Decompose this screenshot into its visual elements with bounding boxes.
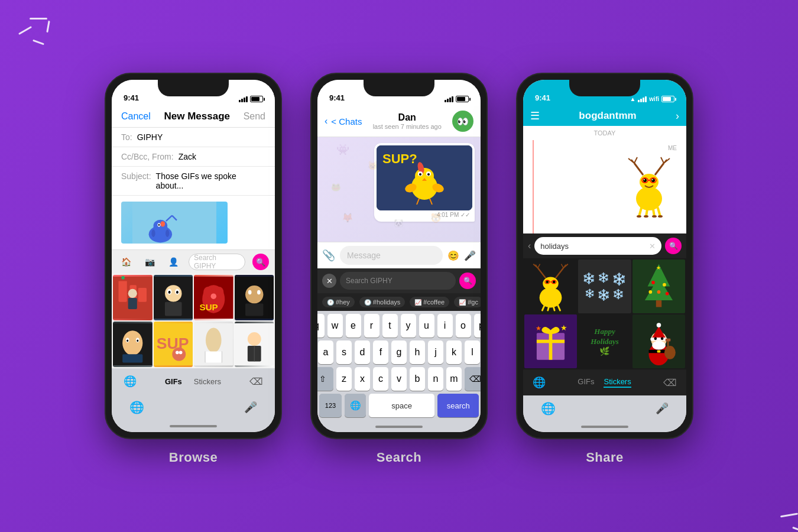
- viber-sys-globe[interactable]: 🌐: [541, 401, 556, 416]
- svg-point-120: [553, 281, 556, 284]
- svg-line-88: [634, 157, 637, 163]
- giphy-close-button[interactable]: ✕: [322, 274, 336, 288]
- hashtag-holidays[interactable]: 🕐 #holidays: [359, 297, 405, 307]
- subject-value[interactable]: Those GIFs we spoke about...: [156, 171, 265, 190]
- battery-icon: [250, 96, 263, 102]
- key-j[interactable]: j: [428, 340, 443, 364]
- viber-search-field[interactable]: holidays ✕: [534, 237, 661, 255]
- key-f[interactable]: f: [373, 340, 388, 364]
- key-t[interactable]: t: [382, 314, 398, 338]
- gif-item[interactable]: [235, 275, 274, 320]
- sticker-christmas-tree[interactable]: ★: [632, 259, 685, 313]
- sticker-reindeer[interactable]: [524, 259, 577, 313]
- sticker-gift[interactable]: ★ ★: [524, 314, 577, 368]
- numbers-key[interactable]: 123: [319, 394, 342, 417]
- search-key[interactable]: search: [437, 394, 479, 417]
- delete-icon[interactable]: ⌫: [249, 376, 263, 387]
- message-input[interactable]: Message: [340, 246, 443, 265]
- gifs-tab[interactable]: GIFs: [165, 377, 182, 386]
- key-x[interactable]: x: [355, 367, 370, 391]
- key-g[interactable]: g: [391, 340, 407, 364]
- viber-delete-icon[interactable]: ⌫: [663, 377, 677, 388]
- key-c[interactable]: c: [373, 367, 388, 391]
- key-l[interactable]: l: [465, 340, 480, 364]
- key-m[interactable]: m: [446, 367, 462, 391]
- globe-key[interactable]: 🌐: [345, 394, 366, 417]
- home-tab-icon[interactable]: 🏠: [118, 254, 134, 270]
- ios-keyboard: q w e r t y u i o p a s: [317, 311, 481, 421]
- camera-tab-icon[interactable]: 📷: [141, 254, 158, 270]
- gif-item[interactable]: SUP: [194, 275, 233, 320]
- viber-sys-mic[interactable]: 🎤: [656, 402, 669, 415]
- gif-item[interactable]: [194, 322, 233, 367]
- space-key[interactable]: space: [369, 394, 434, 417]
- cancel-button[interactable]: Cancel: [121, 111, 151, 122]
- key-w[interactable]: w: [327, 314, 343, 338]
- gif-item[interactable]: [154, 275, 193, 320]
- mic-icon[interactable]: 🎤: [464, 250, 476, 261]
- svg-rect-146: [650, 338, 667, 341]
- key-i[interactable]: i: [437, 314, 453, 338]
- key-h[interactable]: h: [410, 340, 425, 364]
- clear-icon[interactable]: ✕: [649, 242, 656, 251]
- gif-item[interactable]: [235, 322, 274, 367]
- svg-rect-33: [245, 303, 263, 316]
- key-q[interactable]: q: [317, 314, 325, 338]
- key-a[interactable]: a: [318, 340, 333, 364]
- key-v[interactable]: v: [391, 367, 407, 391]
- hashtag-hey[interactable]: 🕐 #hey: [322, 297, 355, 307]
- sticker-snowflakes[interactable]: ❄️ ❄️ ❄️ ❄️ ❄️ ❄️: [578, 259, 631, 313]
- svg-rect-138: [549, 333, 553, 359]
- key-p[interactable]: p: [474, 314, 481, 338]
- key-y[interactable]: y: [401, 314, 416, 338]
- cc-value[interactable]: Zack: [179, 152, 196, 161]
- stickers-tab[interactable]: Stickers: [194, 377, 221, 386]
- key-s[interactable]: s: [336, 340, 352, 364]
- svg-point-46: [176, 351, 179, 354]
- sticker-happy-holidays[interactable]: HappyHolidays 🌿: [578, 314, 631, 368]
- person-tab-icon[interactable]: 👤: [165, 254, 181, 270]
- key-z[interactable]: z: [336, 367, 352, 391]
- svg-point-2: [154, 220, 168, 232]
- svg-point-13: [121, 276, 125, 280]
- shift-key[interactable]: ⇧: [317, 367, 333, 391]
- send-button[interactable]: Send: [244, 111, 265, 122]
- svg-rect-152: [657, 351, 660, 353]
- key-k[interactable]: k: [446, 340, 462, 364]
- key-r[interactable]: r: [364, 314, 379, 338]
- viber-globe-icon[interactable]: 🌐: [533, 376, 546, 389]
- svg-rect-129: [656, 300, 661, 307]
- svg-line-100: [639, 208, 641, 216]
- viber-gifs-tab[interactable]: GIFs: [578, 377, 594, 388]
- back-icon[interactable]: ‹: [325, 116, 327, 126]
- key-n[interactable]: n: [428, 367, 443, 391]
- gif-item[interactable]: [113, 322, 153, 367]
- giphy-search-bar[interactable]: Search GIPHY: [189, 254, 245, 270]
- key-b[interactable]: b: [410, 367, 425, 391]
- to-value[interactable]: GIPHY: [137, 132, 163, 142]
- viber-search-submit[interactable]: 🔍: [665, 238, 682, 254]
- viber-back-icon[interactable]: ‹: [528, 241, 531, 251]
- menu-icon[interactable]: ☰: [530, 109, 540, 122]
- delete-key[interactable]: ⌫: [465, 367, 481, 391]
- key-d[interactable]: d: [355, 340, 370, 364]
- hashtag-coffee[interactable]: 📈 #coffee: [410, 297, 449, 307]
- key-u[interactable]: u: [419, 314, 434, 338]
- system-globe-icon[interactable]: 🌐: [129, 400, 144, 414]
- emoji-icon[interactable]: 😊: [447, 250, 459, 261]
- forward-icon[interactable]: ›: [676, 110, 679, 122]
- key-o[interactable]: o: [456, 314, 471, 338]
- chats-back-label[interactable]: < Chats: [331, 116, 362, 126]
- giphy-search-input[interactable]: Search GIPHY: [340, 272, 456, 290]
- globe-icon[interactable]: 🌐: [124, 375, 137, 388]
- attach-icon[interactable]: 📎: [322, 249, 335, 262]
- viber-stickers-tab[interactable]: Stickers: [604, 377, 631, 388]
- key-e[interactable]: e: [346, 314, 361, 338]
- giphy-search-button[interactable]: 🔍: [252, 254, 269, 270]
- gif-item[interactable]: [113, 275, 153, 320]
- sticker-santa[interactable]: [632, 314, 685, 368]
- hashtag-gc[interactable]: 📈 #gc: [454, 297, 481, 307]
- gif-item[interactable]: SUP: [154, 322, 193, 367]
- system-mic-icon[interactable]: 🎤: [244, 401, 257, 414]
- giphy-search-submit[interactable]: 🔍: [459, 273, 476, 289]
